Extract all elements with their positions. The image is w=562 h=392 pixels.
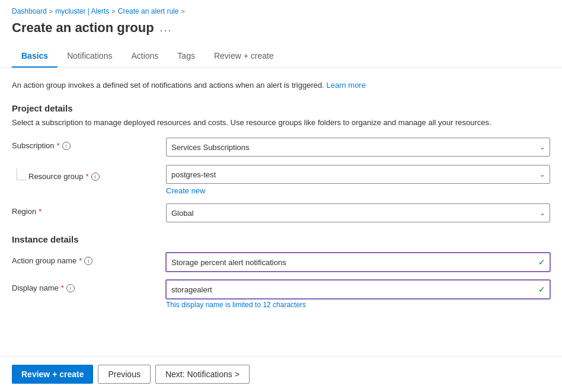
resource-group-required: * [86,172,89,181]
display-name-check-icon: ✓ [538,285,545,294]
action-group-name-wrapper: ✓ [166,253,550,272]
learn-more-link[interactable]: Learn more [326,81,365,90]
tab-notifications[interactable]: Notifications [58,45,122,68]
action-group-name-check-icon: ✓ [538,257,545,267]
breadcrumb-sep-3: > [181,8,184,15]
project-details-desc: Select a subscription to manage deployed… [12,117,550,129]
region-row: Region * Global ⌄ [12,203,550,222]
indent-line [17,168,26,180]
display-name-control: ✓ This display name is limited to 12 cha… [166,280,550,309]
main-content: An action group invokes a defined set of… [0,68,562,309]
region-select-wrapper: Global ⌄ [166,203,550,222]
tab-basics[interactable]: Basics [12,45,58,68]
subscription-label: Subscription * i [12,138,166,150]
action-group-name-control: ✓ [166,253,550,272]
resource-group-row: Resource group * i postgres-test ⌄ Creat… [12,165,550,195]
page-header: Create an action group ... [0,20,562,45]
resource-group-indent: Resource group * i [12,165,166,181]
subscription-select-wrapper: Services Subscriptions ⌄ [166,138,550,157]
action-group-name-label: Action group name * i [12,253,166,265]
action-group-name-input[interactable] [166,253,550,272]
display-name-input[interactable] [166,280,550,299]
previous-button[interactable]: Previous [98,365,150,384]
next-button[interactable]: Next: Notifications > [155,365,250,384]
page-title: Create an action group [12,20,154,36]
region-required: * [39,207,41,216]
breadcrumb: Dashboard > mycluster | Alerts > Create … [0,0,562,20]
display-name-required: * [61,283,64,292]
tabs-container: Basics Notifications Actions Tags Review… [0,45,562,68]
resource-group-select[interactable]: postgres-test [166,165,550,184]
instance-details-section: Instance details Action group name * i ✓… [12,234,550,309]
subscription-required: * [57,141,60,150]
breadcrumb-sep-2: > [111,8,115,15]
create-new-link[interactable]: Create new [166,186,205,195]
region-control: Global ⌄ [166,203,550,222]
breadcrumb-dashboard[interactable]: Dashboard [12,7,47,15]
project-details-section: Project details Select a subscription to… [12,103,550,223]
breadcrumb-sep-1: > [49,8,53,15]
display-name-row: Display name * i ✓ This display name is … [12,280,550,309]
subscription-control: Services Subscriptions ⌄ [166,138,550,157]
subscription-info-icon[interactable]: i [62,142,71,150]
action-group-name-row: Action group name * i ✓ [12,253,550,272]
tab-tags[interactable]: Tags [168,45,205,68]
display-name-label: Display name * i [12,280,166,292]
breadcrumb-cluster-alerts[interactable]: mycluster | Alerts [55,7,109,15]
region-label: Region * [12,203,166,216]
description-text: An action group invokes a defined set of… [12,79,550,91]
breadcrumb-create-alert-rule[interactable]: Create an alert rule [118,7,179,15]
review-create-button[interactable]: Review + create [12,365,93,384]
resource-group-control: postgres-test ⌄ Create new [166,165,550,195]
tab-review-create[interactable]: Review + create [205,45,283,68]
resource-group-label: Resource group * i [28,168,183,181]
instance-details-title: Instance details [12,234,550,244]
tab-actions[interactable]: Actions [122,45,168,68]
display-name-info-icon[interactable]: i [66,284,75,292]
resource-group-select-wrapper: postgres-test ⌄ [166,165,550,184]
more-options-icon[interactable]: ... [160,22,173,34]
project-details-title: Project details [12,103,550,113]
subscription-select[interactable]: Services Subscriptions [166,138,550,157]
action-group-name-info-icon[interactable]: i [84,257,92,265]
subscription-row: Subscription * i Services Subscriptions … [12,138,550,157]
region-select[interactable]: Global [166,203,550,222]
action-group-name-required: * [79,256,82,265]
display-name-wrapper: ✓ [166,280,550,299]
footer: Review + create Previous Next: Notificat… [0,356,562,392]
display-name-hint: This display name is limited to 12 chara… [166,301,550,309]
resource-group-info-icon[interactable]: i [91,173,100,181]
